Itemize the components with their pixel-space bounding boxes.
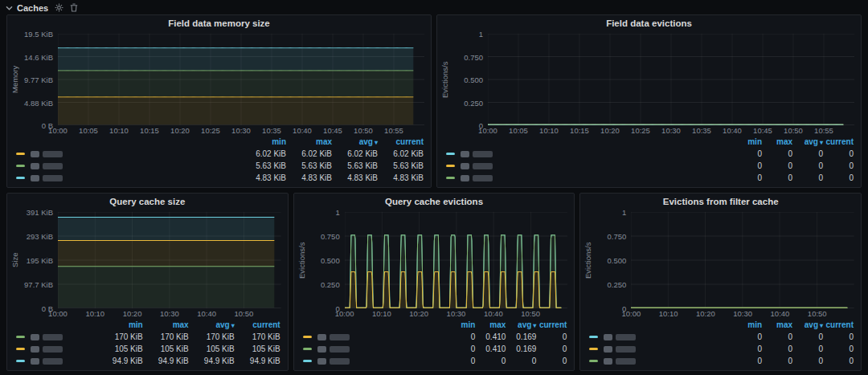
legend-sort-max[interactable]: max bbox=[286, 137, 332, 146]
legend-row[interactable]: 94.9 KiB94.9 KiB94.9 KiB94.9 KiB bbox=[16, 355, 280, 367]
legend-row[interactable]: 5.63 KiB5.63 KiB5.63 KiB5.63 KiB bbox=[16, 160, 424, 172]
legend-sort-avg[interactable]: avg▾ bbox=[792, 137, 823, 146]
legend-value: 0 bbox=[762, 149, 792, 158]
legend-value: 94.9 KiB bbox=[235, 357, 280, 365]
redacted-series-name bbox=[31, 358, 39, 365]
chart-canvas[interactable] bbox=[58, 212, 281, 308]
panel-title[interactable]: Field data memory size bbox=[7, 15, 431, 31]
x-tick-label: 10:05 bbox=[79, 126, 98, 135]
legend-row[interactable]: 0000 bbox=[446, 148, 854, 160]
gear-icon bbox=[55, 3, 63, 12]
legend-row[interactable]: 0000 bbox=[446, 172, 854, 184]
legend-sort-avg[interactable]: avg▾ bbox=[332, 137, 378, 146]
legend: minmaxavg▾current170 KiB170 KiB170 KiB17… bbox=[7, 319, 288, 370]
x-tick-label: 10:20 bbox=[409, 309, 428, 318]
legend-value: 170 KiB bbox=[143, 332, 189, 341]
legend: minmaxavg▾current000000000000 bbox=[437, 136, 861, 187]
plot-region[interactable] bbox=[58, 34, 424, 125]
legend-row[interactable]: 0000 bbox=[589, 331, 854, 343]
row-settings-button[interactable] bbox=[55, 3, 63, 12]
series-fill bbox=[345, 271, 561, 308]
row-collapse-toggle[interactable]: Caches bbox=[6, 3, 48, 13]
legend-sort-current[interactable]: current bbox=[823, 320, 854, 329]
series-color-marker bbox=[446, 153, 455, 155]
legend-sort-min[interactable]: min bbox=[97, 320, 143, 329]
x-tick-label: 10:40 bbox=[293, 126, 312, 135]
legend-sort-min[interactable]: min bbox=[240, 137, 286, 146]
legend-value-cells: 0000 bbox=[731, 161, 854, 170]
plot-region[interactable] bbox=[345, 212, 568, 308]
chart-canvas[interactable] bbox=[345, 212, 568, 308]
legend-row[interactable]: 0000 bbox=[446, 160, 854, 172]
x-axis-ticks: 10:0010:1010:2010:3010:4010:50 bbox=[345, 308, 568, 319]
legend-value: 0 bbox=[762, 357, 792, 365]
legend-sort-max[interactable]: max bbox=[475, 320, 506, 329]
chart-canvas[interactable] bbox=[488, 34, 854, 125]
legend-value: 6.02 KiB bbox=[332, 149, 378, 158]
legend-sort-avg[interactable]: avg▾ bbox=[506, 320, 536, 329]
legend-row[interactable]: 170 KiB170 KiB170 KiB170 KiB bbox=[16, 331, 280, 343]
legend-value: 0.169 bbox=[506, 344, 536, 353]
legend-row[interactable]: 0000 bbox=[303, 355, 567, 367]
legend-sort-avg[interactable]: avg▾ bbox=[189, 320, 235, 329]
legend-row[interactable]: 0000 bbox=[589, 355, 854, 367]
legend-row[interactable]: 0000 bbox=[589, 343, 854, 355]
plot-region[interactable] bbox=[58, 212, 281, 308]
legend-header: minmaxavg▾current bbox=[589, 319, 854, 331]
legend-value: 105 KiB bbox=[97, 344, 143, 353]
legend-value: 0 bbox=[731, 357, 762, 365]
legend-sort-current[interactable]: current bbox=[378, 137, 424, 146]
legend-sort-max[interactable]: max bbox=[762, 137, 792, 146]
x-tick-label: 10:40 bbox=[197, 309, 216, 318]
legend-sort-current[interactable]: current bbox=[235, 320, 280, 329]
x-tick-label: 10:55 bbox=[814, 126, 833, 135]
legend-header: minmaxavg▾current bbox=[446, 136, 854, 148]
row-delete-button[interactable] bbox=[70, 3, 78, 12]
legend-value: 6.02 KiB bbox=[240, 149, 286, 158]
legend-sort-current[interactable]: current bbox=[536, 320, 567, 329]
chart-canvas[interactable] bbox=[58, 34, 424, 125]
legend-sort-current[interactable]: current bbox=[823, 137, 854, 146]
legend-value-cells: 6.02 KiB6.02 KiB6.02 KiB6.02 KiB bbox=[240, 149, 424, 158]
legend-row[interactable]: 00.4100.1690 bbox=[303, 343, 567, 355]
redacted-series-name bbox=[473, 151, 493, 157]
plot-region[interactable] bbox=[631, 212, 854, 308]
y-tick-label: 0.750 bbox=[321, 232, 340, 241]
series-fill bbox=[58, 48, 413, 71]
series-fill bbox=[58, 97, 413, 124]
legend-value: 5.63 KiB bbox=[332, 161, 378, 170]
y-tick-label: 1 bbox=[622, 208, 626, 217]
legend-sort-max[interactable]: max bbox=[143, 320, 189, 329]
legend-row[interactable]: 105 KiB105 KiB105 KiB105 KiB bbox=[16, 343, 280, 355]
y-axis-label: Evictions/s bbox=[297, 212, 308, 308]
x-tick-label: 10:30 bbox=[231, 126, 251, 135]
chart-canvas[interactable] bbox=[631, 212, 854, 308]
dashboard-row-header: Caches bbox=[0, 0, 868, 13]
legend-value: 0 bbox=[792, 173, 823, 182]
x-tick-label: 10:40 bbox=[771, 309, 790, 318]
panel-title[interactable]: Field data evictions bbox=[437, 15, 861, 31]
y-tick-label: 0.500 bbox=[608, 256, 627, 265]
legend-row[interactable]: 4.83 KiB4.83 KiB4.83 KiB4.83 KiB bbox=[16, 172, 424, 184]
series-color-marker bbox=[589, 348, 598, 350]
panel-field-data-memory-size: Field data memory size Memory 19.5 KiB14… bbox=[6, 14, 432, 188]
x-tick-label: 10:50 bbox=[521, 309, 540, 318]
legend-sort-max[interactable]: max bbox=[762, 320, 792, 329]
redacted-series-name bbox=[43, 358, 63, 365]
legend-value: 0 bbox=[762, 173, 792, 182]
legend-sort-min[interactable]: min bbox=[444, 320, 475, 329]
legend-sort-min[interactable]: min bbox=[731, 137, 762, 146]
y-axis-ticks: 10.7500.5000.2500 bbox=[594, 212, 631, 308]
legend-row[interactable]: 6.02 KiB6.02 KiB6.02 KiB6.02 KiB bbox=[16, 148, 424, 160]
plot-region[interactable] bbox=[488, 34, 854, 125]
redacted-series-name bbox=[31, 334, 39, 340]
legend-value: 0 bbox=[731, 161, 762, 170]
legend-row[interactable]: 00.4100.1690 bbox=[303, 331, 567, 343]
y-tick-label: 293 KiB bbox=[27, 232, 53, 241]
legend-sort-min[interactable]: min bbox=[731, 320, 762, 329]
x-tick-label: 10:00 bbox=[621, 309, 641, 318]
legend-sort-avg[interactable]: avg▾ bbox=[792, 320, 823, 329]
legend-value-cells: 0000 bbox=[731, 149, 854, 158]
y-tick-label: 9.77 KiB bbox=[24, 75, 53, 84]
x-tick-label: 10:20 bbox=[123, 309, 142, 318]
